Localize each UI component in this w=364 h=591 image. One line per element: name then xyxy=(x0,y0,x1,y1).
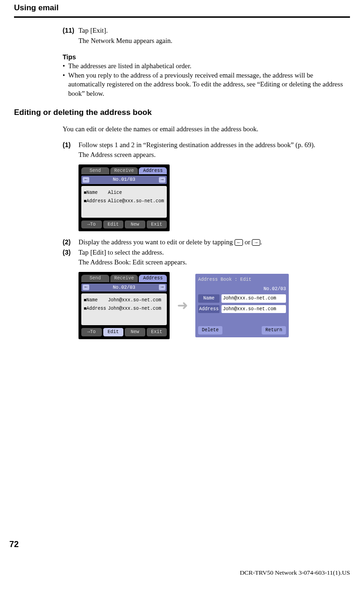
bullet-icon: • xyxy=(63,71,68,99)
step-number: (1) xyxy=(63,141,79,150)
step-number: (2) xyxy=(63,238,79,247)
address-label: ■Address xyxy=(84,305,105,313)
section-heading: Editing or deleting the address book xyxy=(14,107,350,118)
record-counter: No.02/03 xyxy=(198,286,286,292)
address-field[interactable]: John@xxx.so-net.com xyxy=(221,305,286,313)
address-value: Alice@xxx.so-net.com xyxy=(108,197,164,206)
tab-receive[interactable]: Receive xyxy=(110,275,138,282)
tips-heading: Tips xyxy=(63,53,345,62)
prev-arrow-icon[interactable]: ← xyxy=(83,177,89,183)
step-2: (2) Display the address you want to edit… xyxy=(63,238,345,247)
prev-arrow-icon[interactable]: ← xyxy=(83,285,89,290)
step-1: (1) Follow steps 1 and 2 in “Registering… xyxy=(63,141,345,150)
intro-paragraph: You can edit or delete the names or emai… xyxy=(63,125,345,134)
next-arrow-icon[interactable]: → xyxy=(159,177,165,183)
tip-text: When you reply to the address of a previ… xyxy=(68,71,345,99)
tip-text: The addresses are listed in alphabetical… xyxy=(68,62,345,71)
return-button[interactable]: Return xyxy=(262,326,286,335)
delete-button[interactable]: Delete xyxy=(198,326,222,335)
rule xyxy=(14,16,350,18)
step-number: (3) xyxy=(63,248,79,257)
page-number: 72 xyxy=(9,539,19,550)
tab-address[interactable]: Address xyxy=(139,275,167,282)
step-3-after: The Address Book: Edit screen appears. xyxy=(79,258,345,267)
address-value: John@xxx.so-net.com xyxy=(108,305,161,313)
running-head: Using email xyxy=(14,0,350,16)
step-number: (11) xyxy=(63,26,79,36)
step-text: Tap [Edit] to select the address. xyxy=(79,248,345,257)
next-arrow-icon[interactable]: → xyxy=(159,285,165,290)
step-1-after: The Address screen appears. xyxy=(79,150,345,160)
exit-button[interactable]: Exit xyxy=(147,221,167,229)
record-counter: No.02/03 xyxy=(89,285,159,291)
address-book-edit-shot: Address Book : Edit No.02/03 Name John@x… xyxy=(195,274,289,337)
name-value: Alice xyxy=(108,189,122,197)
step-text: Display the address you want to edit or … xyxy=(79,238,345,247)
address-screen-shot: Send Receive Address ← No.01/03 → ■NameA… xyxy=(79,164,170,232)
edit-button[interactable]: Edit xyxy=(103,221,124,229)
new-button[interactable]: New xyxy=(125,221,145,229)
tip-1: • The addresses are listed in alphabetic… xyxy=(63,62,345,71)
address-label: ■Address xyxy=(84,197,105,206)
new-button[interactable]: New xyxy=(125,328,145,336)
tab-address[interactable]: Address xyxy=(139,167,167,175)
tip-2: • When you reply to the address of a pre… xyxy=(63,71,345,99)
name-label: Name xyxy=(198,294,220,303)
name-value: John@xxx.so-net.com xyxy=(108,296,161,305)
step-11: (11) Tap [Exit]. xyxy=(63,26,345,36)
transition-arrow-icon: ➜ xyxy=(177,297,188,314)
name-label: ■Name xyxy=(84,296,105,305)
bullet-icon: • xyxy=(63,62,68,71)
left-arrow-icon: ← xyxy=(235,239,243,246)
step-text: Tap [Exit]. xyxy=(79,26,345,36)
right-arrow-icon: → xyxy=(252,239,260,246)
address-label: Address xyxy=(198,305,220,313)
exit-button[interactable]: Exit xyxy=(147,328,167,336)
edit-screen-title: Address Book : Edit xyxy=(198,277,286,283)
step-text: Follow steps 1 and 2 in “Registering des… xyxy=(79,141,345,150)
tab-send[interactable]: Send xyxy=(81,167,109,175)
name-field[interactable]: John@xxx.so-net.com xyxy=(221,294,286,303)
step-3: (3) Tap [Edit] to select the address. xyxy=(63,248,345,257)
to-button[interactable]: →To xyxy=(81,328,102,336)
tab-send[interactable]: Send xyxy=(81,275,109,282)
to-button[interactable]: →To xyxy=(81,221,102,229)
name-label: ■Name xyxy=(84,189,105,197)
tab-receive[interactable]: Receive xyxy=(110,167,138,175)
footer-text: DCR-TRV50 Network 3-074-603-11(1).US xyxy=(240,569,350,577)
edit-button[interactable]: Edit xyxy=(103,328,124,336)
step-11-after: The Network Menu appears again. xyxy=(79,36,345,46)
record-counter: No.01/03 xyxy=(89,177,159,183)
address-screen-shot-2: Send Receive Address ← No.02/03 → ■NameJ… xyxy=(79,272,170,339)
